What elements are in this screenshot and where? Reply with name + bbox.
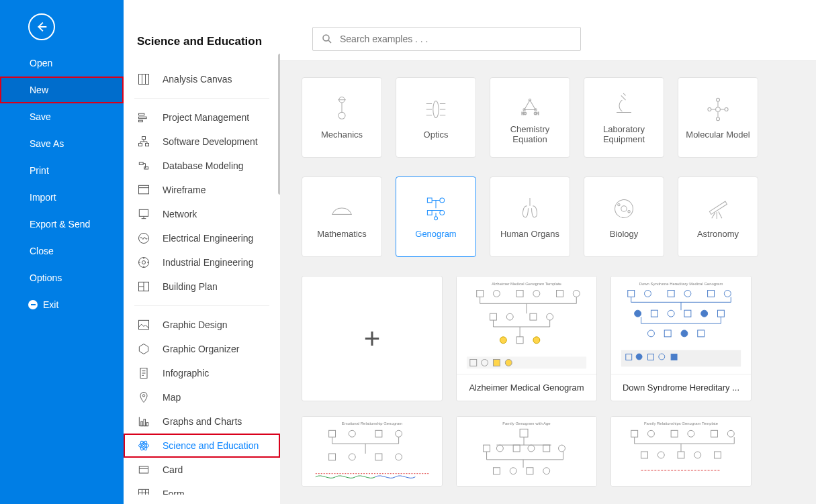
cat-network[interactable]: Network (124, 202, 280, 226)
cat-wireframe[interactable]: Wireframe (124, 178, 280, 202)
svg-point-54 (533, 291, 540, 297)
svg-rect-43 (427, 210, 432, 215)
tile-chemistry-equation[interactable]: HOOH Chemistry Equation (490, 77, 570, 158)
tile-genogram[interactable]: Genogram (396, 177, 476, 257)
tile-human-organs[interactable]: Human Organs (490, 177, 570, 257)
atom-icon (137, 439, 150, 452)
cat-analysis-canvas[interactable]: Analysis Canvas (124, 67, 280, 91)
cat-industrial-engineering[interactable]: Industrial Engineering (124, 250, 280, 274)
cat-graphic-organizer[interactable]: Graphic Organizer (124, 337, 280, 361)
svg-point-56 (573, 291, 580, 297)
floorplan-icon (137, 280, 150, 293)
file-menu-sidebar: Open New Save Save As Print Import Expor… (0, 0, 124, 504)
cat-map[interactable]: Map (124, 385, 280, 409)
tile-laboratory-equipment[interactable]: Laboratory Equipment (584, 77, 664, 158)
template-thumb: Family Relationships Genogram Template (611, 417, 751, 487)
svg-point-112 (543, 468, 550, 474)
svg-rect-111 (527, 468, 533, 474)
svg-point-119 (727, 430, 734, 437)
svg-point-82 (647, 330, 654, 337)
svg-rect-53 (516, 291, 523, 297)
separator (134, 98, 269, 99)
template-family-genogram-age[interactable]: Family Genogram with Age (456, 416, 597, 487)
tile-astronomy[interactable]: Astronomy (678, 177, 758, 257)
tile-mechanics[interactable]: Mechanics (302, 77, 382, 158)
svg-point-115 (647, 430, 654, 437)
cat-project-management[interactable]: Project Management (124, 105, 280, 130)
svg-point-17 (142, 395, 144, 397)
back-button[interactable] (28, 13, 55, 40)
menu-export-send[interactable]: Export & Send (0, 211, 124, 238)
genogram-icon (422, 195, 450, 223)
menu-new[interactable]: New (0, 77, 124, 103)
math-icon (328, 195, 356, 223)
svg-point-84 (681, 330, 688, 337)
svg-rect-91 (671, 354, 677, 360)
cat-infographic[interactable]: Infographic (124, 361, 280, 385)
svg-point-58 (506, 313, 513, 320)
svg-point-29 (338, 112, 345, 119)
cat-database-modeling[interactable]: Database Modeling (124, 154, 280, 178)
cat-software-development[interactable]: Software Development (124, 130, 280, 154)
cat-electrical-engineering[interactable]: Electrical Engineering (124, 226, 280, 250)
svg-rect-120 (641, 452, 648, 458)
svg-rect-62 (516, 337, 523, 344)
cat-card[interactable]: Card (124, 458, 280, 482)
menu-save[interactable]: Save (0, 103, 124, 130)
menu-save-as[interactable]: Save As (0, 130, 124, 157)
search-input[interactable] (340, 34, 572, 44)
svg-point-94 (349, 430, 355, 437)
svg-text:Down Syndrome Hereditary Medic: Down Syndrome Hereditary Medical Genogra… (639, 282, 723, 286)
svg-point-36 (716, 107, 721, 111)
menu-import[interactable]: Import (0, 184, 124, 211)
svg-rect-97 (329, 454, 336, 460)
template-caption: Alzheimer Medical Genogram (457, 374, 596, 401)
svg-rect-99 (375, 454, 382, 460)
mechanics-icon (328, 95, 356, 123)
menu-print[interactable]: Print (0, 157, 124, 184)
cat-science-and-education[interactable]: Science and Education (124, 434, 280, 458)
svg-point-40 (716, 117, 719, 120)
svg-rect-15 (139, 320, 149, 329)
svg-rect-41 (427, 198, 432, 203)
svg-point-37 (708, 107, 711, 111)
cat-graphs-and-charts[interactable]: Graphs and Charts (124, 409, 280, 434)
svg-point-46 (615, 199, 633, 217)
tile-mathematics[interactable]: Mathematics (302, 177, 382, 257)
svg-rect-4 (142, 137, 146, 140)
template-emotional-relationship-genogram[interactable]: Emotional Relationship Genogram (302, 416, 443, 487)
cat-graphic-design[interactable]: Graphic Design (124, 313, 280, 337)
svg-point-22 (139, 444, 149, 448)
cat-form[interactable]: Form (124, 482, 280, 495)
grid-icon (137, 72, 150, 86)
template-canvas[interactable]: Mechanics Optics HOOH Chemistry Equation… (280, 60, 816, 504)
svg-rect-116 (671, 430, 678, 437)
tile-molecular-model[interactable]: Molecular Model (678, 77, 758, 158)
svg-point-123 (694, 452, 701, 458)
svg-point-110 (510, 468, 516, 474)
template-down-syndrome-genogram[interactable]: Down Syndrome Hereditary Medical Genogra… (610, 276, 752, 401)
svg-point-75 (724, 291, 731, 297)
svg-point-44 (440, 210, 445, 215)
template-blank[interactable]: + (302, 276, 443, 401)
menu-close[interactable]: Close (0, 238, 124, 264)
wave-icon (137, 232, 150, 245)
menu-open[interactable]: Open (0, 50, 124, 77)
template-alzheimer-genogram[interactable]: Alzheimer Medical Genogram Template Alzh… (456, 276, 597, 401)
template-family-relationships-genogram[interactable]: Family Relationships Genogram Template (610, 416, 752, 487)
menu-exit[interactable]: Exit (0, 291, 124, 318)
search-box[interactable] (312, 27, 581, 51)
svg-point-52 (493, 291, 500, 297)
tile-optics[interactable]: Optics (396, 77, 476, 158)
menu-options[interactable]: Options (0, 264, 124, 291)
svg-rect-79 (684, 310, 691, 317)
svg-point-117 (688, 430, 694, 437)
svg-point-121 (658, 452, 664, 458)
svg-rect-10 (139, 209, 148, 216)
cat-building-plan[interactable]: Building Plan (124, 274, 280, 299)
category-list[interactable]: Analysis Canvas Project Management Softw… (124, 67, 280, 495)
tile-biology[interactable]: Biology (584, 177, 664, 257)
svg-text:Family Relationships Genogram : Family Relationships Genogram Template (644, 421, 719, 425)
svg-point-76 (635, 310, 641, 317)
tree-icon (137, 135, 150, 148)
